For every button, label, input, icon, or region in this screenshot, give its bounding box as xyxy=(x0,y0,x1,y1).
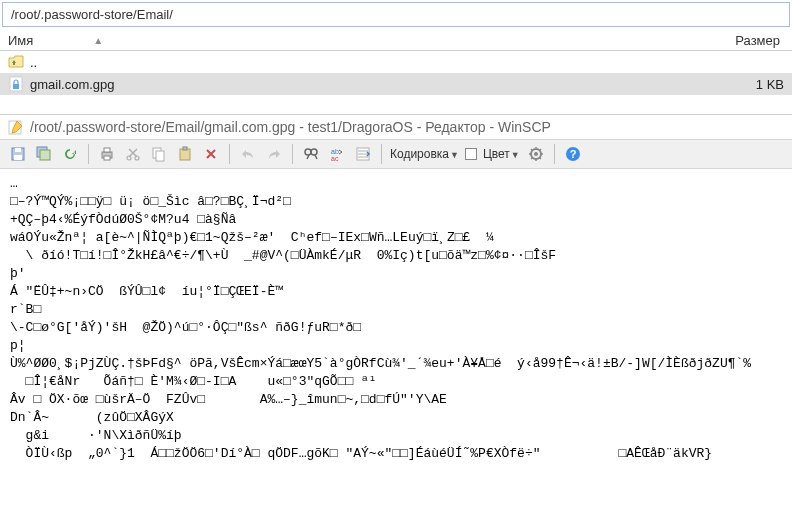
settings-button[interactable] xyxy=(524,142,548,166)
delete-button[interactable] xyxy=(199,142,223,166)
separator xyxy=(229,144,230,164)
edit-icon xyxy=(8,119,24,135)
separator xyxy=(381,144,382,164)
svg-rect-7 xyxy=(40,150,50,160)
file-header: Имя ▲ Размер xyxy=(0,29,792,51)
path-text: /root/.password-store/Email/ xyxy=(11,7,173,22)
file-row-gmail[interactable]: gmail.com.gpg 1 KB xyxy=(0,73,792,95)
svg-rect-1 xyxy=(13,84,19,89)
save-button[interactable] xyxy=(6,142,30,166)
redo-button[interactable] xyxy=(262,142,286,166)
svg-rect-16 xyxy=(183,147,187,150)
svg-point-23 xyxy=(534,152,538,156)
sort-arrow-icon: ▲ xyxy=(93,35,103,46)
reload-button[interactable] xyxy=(58,142,82,166)
svg-rect-5 xyxy=(14,155,22,160)
svg-text:ab: ab xyxy=(331,148,339,155)
separator xyxy=(292,144,293,164)
svg-rect-14 xyxy=(156,151,164,161)
separator xyxy=(88,144,89,164)
svg-rect-10 xyxy=(104,156,110,160)
copy-button[interactable] xyxy=(147,142,171,166)
separator xyxy=(554,144,555,164)
encoding-dropdown[interactable]: Кодировка▼ xyxy=(388,147,461,161)
column-header-size[interactable]: Размер xyxy=(724,33,784,48)
print-button[interactable] xyxy=(95,142,119,166)
svg-point-18 xyxy=(311,149,317,155)
cut-button[interactable] xyxy=(121,142,145,166)
svg-rect-15 xyxy=(180,149,190,160)
paste-button[interactable] xyxy=(173,142,197,166)
editor-toolbar: abac Кодировка▼ Цвет▼ ? xyxy=(0,139,792,169)
help-button[interactable]: ? xyxy=(561,142,585,166)
goto-button[interactable] xyxy=(351,142,375,166)
svg-point-17 xyxy=(305,149,311,155)
file-panel: Имя ▲ Размер .. gmail.com.gpg 1 KB xyxy=(0,29,792,95)
file-name: gmail.com.gpg xyxy=(30,77,724,92)
color-dropdown[interactable]: Цвет▼ xyxy=(481,147,522,161)
svg-text:?: ? xyxy=(569,148,576,160)
save-all-button[interactable] xyxy=(32,142,56,166)
lock-file-icon xyxy=(8,76,24,92)
chevron-down-icon: ▼ xyxy=(450,150,459,160)
file-size: 1 KB xyxy=(724,77,784,92)
path-bar[interactable]: /root/.password-store/Email/ xyxy=(2,2,790,27)
file-row-parent[interactable]: .. xyxy=(0,51,792,73)
panel-gap xyxy=(0,95,792,115)
undo-button[interactable] xyxy=(236,142,260,166)
find-button[interactable] xyxy=(299,142,323,166)
svg-text:ac: ac xyxy=(331,155,339,162)
chevron-down-icon: ▼ xyxy=(511,150,520,160)
replace-button[interactable]: abac xyxy=(325,142,349,166)
editor-title-bar: /root/.password-store/Email/gmail.com.gp… xyxy=(0,115,792,139)
svg-rect-9 xyxy=(104,148,110,152)
file-name: .. xyxy=(30,55,724,70)
column-header-name[interactable]: Имя ▲ xyxy=(8,33,724,48)
folder-up-icon xyxy=(8,54,24,70)
editor-content[interactable]: … □–?Ý™QÝ%¡□□ÿ□ ü¡ ö□_Šìc â□?□BÇ¸Ï¬d²□ +… xyxy=(0,169,792,469)
svg-rect-4 xyxy=(15,148,21,152)
encoding-checkbox[interactable] xyxy=(465,148,477,160)
editor-title-text: /root/.password-store/Email/gmail.com.gp… xyxy=(30,119,551,135)
